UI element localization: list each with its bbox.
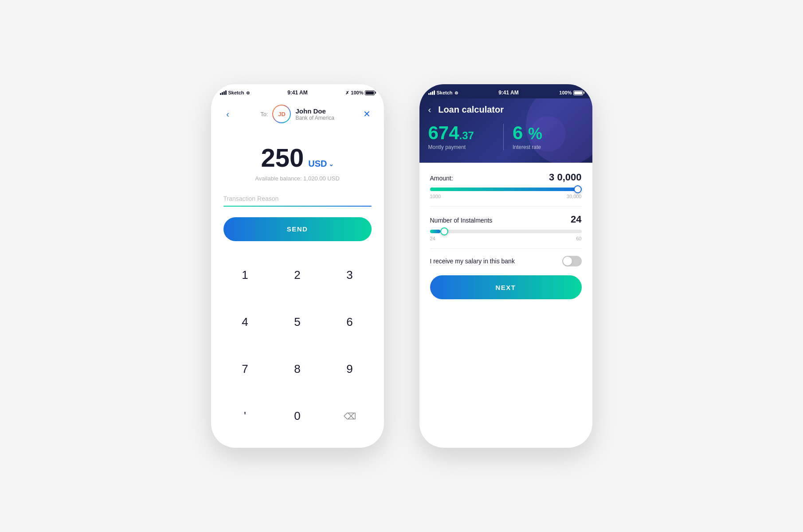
key-2[interactable]: 2 bbox=[272, 253, 323, 298]
divider-1 bbox=[430, 206, 582, 207]
amount-max: 30,000 bbox=[567, 194, 582, 199]
key-4[interactable]: 4 bbox=[220, 300, 270, 345]
close-button[interactable]: ✕ bbox=[359, 106, 375, 122]
next-button[interactable]: NEXT bbox=[430, 275, 582, 299]
available-balance: Available balance: 1,020.00 USD bbox=[255, 175, 340, 182]
status-bar-transfer: Sketch ⊜ 9:41 AM ✗ 100% bbox=[211, 84, 384, 98]
instalments-fill bbox=[430, 230, 441, 233]
interest-value: 6 % bbox=[513, 124, 579, 142]
currency-chevron: ⌄ bbox=[329, 160, 334, 168]
status-right-loan: 100% bbox=[559, 90, 583, 95]
monthly-main: 674 bbox=[428, 122, 459, 143]
amount-slider-section: Amount: 3 0,000 1000 30,000 bbox=[430, 172, 582, 199]
status-right: ✗ 100% bbox=[345, 90, 375, 95]
status-time-loan: 9:41 AM bbox=[498, 90, 519, 96]
amount-section: 250 USD ⌄ Available balance: 1,020.00 US… bbox=[211, 129, 384, 186]
numpad: 1 2 3 4 5 6 7 8 9 ' 0 ⌫ bbox=[211, 248, 384, 448]
key-3[interactable]: 3 bbox=[325, 253, 375, 298]
monthly-payment-stat: 674.37 Montly payment bbox=[428, 124, 499, 150]
instalments-slider-track-container bbox=[430, 230, 582, 233]
monthly-label: Montly payment bbox=[428, 144, 495, 150]
interest-number: 6 bbox=[513, 122, 523, 143]
instalments-slider-range: 24 60 bbox=[430, 236, 582, 241]
key-6[interactable]: 6 bbox=[325, 300, 375, 345]
transaction-reason-divider bbox=[223, 206, 372, 207]
amount-label: Amount: bbox=[430, 175, 453, 182]
recipient-bank: Bank of America bbox=[295, 115, 334, 121]
battery-percent-loan: 100% bbox=[559, 90, 572, 95]
salary-label: I receive my salary in this bank bbox=[430, 258, 515, 265]
instalments-slider-header: Number of Instalments 24 bbox=[430, 214, 582, 225]
loan-back-button[interactable]: ‹ bbox=[428, 105, 431, 115]
phone-transfer: Sketch ⊜ 9:41 AM ✗ 100% ‹ To: JD Jo bbox=[211, 84, 384, 448]
instalments-min: 24 bbox=[430, 236, 435, 241]
loan-body: Amount: 3 0,000 1000 30,000 Number of In… bbox=[419, 163, 592, 448]
instalments-slider-thumb[interactable] bbox=[440, 227, 448, 235]
divider-2 bbox=[430, 248, 582, 249]
phone1-content: ‹ To: JD John Doe Bank of America ✕ 250 … bbox=[211, 98, 384, 448]
amount-display: 250 USD ⌄ bbox=[261, 143, 333, 172]
key-7[interactable]: 7 bbox=[220, 347, 270, 392]
key-8[interactable]: 8 bbox=[272, 347, 323, 392]
transaction-reason-section: Transaction Reason bbox=[211, 186, 384, 210]
recipient-info: John Doe Bank of America bbox=[295, 107, 334, 121]
amount-slider-track-container bbox=[430, 188, 582, 191]
back-button[interactable]: ‹ bbox=[220, 106, 236, 122]
amount-slider-track[interactable] bbox=[430, 188, 582, 191]
transaction-reason-label[interactable]: Transaction Reason bbox=[223, 195, 372, 202]
battery-bar-loan bbox=[573, 90, 583, 95]
status-left-loan: Sketch ⊜ bbox=[428, 90, 458, 95]
monthly-decimal: .37 bbox=[459, 129, 474, 141]
phone-loan: Sketch ⊜ 9:41 AM 100% ‹ Loan calculator … bbox=[419, 84, 592, 448]
backspace-key[interactable]: ⌫ bbox=[325, 394, 375, 439]
nav-bar: ‹ To: JD John Doe Bank of America ✕ bbox=[211, 98, 384, 129]
key-9[interactable]: 9 bbox=[325, 347, 375, 392]
recipient-name: John Doe bbox=[295, 107, 334, 115]
recipient-area: To: JD John Doe Bank of America bbox=[260, 105, 334, 123]
monthly-payment-value: 674.37 bbox=[428, 124, 495, 142]
amount-min: 1000 bbox=[430, 194, 441, 199]
status-left: Sketch ⊜ bbox=[220, 90, 250, 95]
recipient-avatar: JD bbox=[272, 105, 291, 123]
battery-percent: 100% bbox=[351, 90, 363, 95]
currency-code: USD bbox=[308, 159, 327, 169]
salary-row: I receive my salary in this bank bbox=[430, 256, 582, 266]
instalments-slider-section: Number of Instalments 24 24 60 bbox=[430, 214, 582, 241]
instalments-slider-track[interactable] bbox=[430, 230, 582, 233]
amount-currency[interactable]: USD ⌄ bbox=[308, 159, 333, 169]
loan-nav: ‹ Loan calculator bbox=[428, 105, 584, 115]
loan-title: Loan calculator bbox=[438, 105, 504, 115]
instalments-label: Number of Instalments bbox=[430, 217, 493, 224]
key-5[interactable]: 5 bbox=[272, 300, 323, 345]
instalments-value: 24 bbox=[571, 214, 581, 225]
toggle-knob bbox=[563, 257, 572, 266]
amount-number: 250 bbox=[261, 143, 304, 172]
amount-slider-range: 1000 30,000 bbox=[430, 194, 582, 199]
interest-rate-stat: 6 % Interest rate bbox=[508, 124, 584, 150]
battery-fill-loan bbox=[574, 91, 582, 94]
key-0[interactable]: 0 bbox=[272, 394, 323, 439]
page-container: Sketch ⊜ 9:41 AM ✗ 100% ‹ To: JD Jo bbox=[211, 84, 592, 448]
status-bar-loan: Sketch ⊜ 9:41 AM 100% bbox=[419, 84, 592, 98]
signal-icon bbox=[220, 90, 227, 95]
send-button[interactable]: SEND bbox=[223, 217, 372, 241]
loan-header: ‹ Loan calculator 674.37 Montly payment … bbox=[419, 98, 592, 163]
key-1[interactable]: 1 bbox=[220, 253, 270, 298]
salary-toggle[interactable] bbox=[562, 256, 582, 266]
carrier-label-loan: Sketch bbox=[437, 90, 453, 95]
carrier-label: Sketch bbox=[228, 90, 244, 95]
stats-divider bbox=[503, 124, 504, 150]
status-time: 9:41 AM bbox=[287, 90, 308, 96]
to-label: To: bbox=[260, 111, 268, 117]
amount-slider-thumb[interactable] bbox=[574, 185, 582, 193]
key-comma[interactable]: ' bbox=[220, 394, 270, 439]
amount-slider-header: Amount: 3 0,000 bbox=[430, 172, 582, 183]
signal-icon-loan bbox=[428, 90, 435, 95]
wifi-icon-loan: ⊜ bbox=[454, 90, 458, 95]
amount-value: 3 0,000 bbox=[549, 172, 581, 183]
battery-bar bbox=[365, 90, 375, 95]
interest-unit: % bbox=[528, 125, 542, 143]
loan-stats: 674.37 Montly payment 6 % Interest rate bbox=[428, 124, 584, 150]
bluetooth-icon: ✗ bbox=[345, 90, 349, 95]
interest-label: Interest rate bbox=[513, 144, 579, 150]
